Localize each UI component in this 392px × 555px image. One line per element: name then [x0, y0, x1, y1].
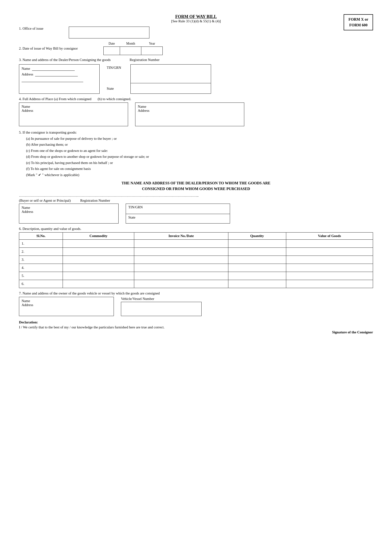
date-box-day[interactable]: [103, 46, 120, 55]
date-row: 2. Date of issue of Way Bill by consigno…: [19, 42, 373, 55]
state-row: State: [107, 83, 211, 94]
section3-header: 3. Name and address of the Dealer/Person…: [19, 58, 373, 62]
date-box-year[interactable]: [141, 46, 163, 55]
invoice-1[interactable]: [134, 240, 228, 248]
quantity-4[interactable]: [228, 264, 286, 272]
quantity-5[interactable]: [228, 272, 286, 280]
header-row: FORM OF WAY BILL [See Rule 33 (1)(d) & 5…: [19, 14, 373, 23]
declaration-title: Declaration:: [19, 320, 373, 324]
office-input-box[interactable]: [69, 27, 150, 38]
date-labels-row: Date Month Year: [103, 42, 163, 46]
section7-label: 7. Name and address of the owner of the …: [19, 291, 373, 295]
col-commodity: Commodity: [63, 233, 134, 240]
section5-intro: 5. If the consignor is transporting good…: [19, 130, 373, 136]
table-row: 6.: [19, 280, 373, 288]
consignee-dots: ……………………………………………………………………………………………………………: [19, 194, 373, 198]
commodity-5[interactable]: [63, 272, 134, 280]
col-slno: Sl.No.: [19, 233, 63, 240]
section4-box-a: Name Address: [19, 102, 128, 126]
commodity-1[interactable]: [63, 240, 134, 248]
table-row: 2.: [19, 248, 373, 256]
section5: 5. If the consignor is transporting good…: [19, 130, 373, 192]
section5-bold-heading: THE NAME AND ADDRESS OF THE DEALER/PERSO…: [19, 180, 373, 192]
invoice-4[interactable]: [134, 264, 228, 272]
quantity-6[interactable]: [228, 280, 286, 288]
section3-address-line2: [21, 78, 97, 83]
section4-name-a: Name: [21, 105, 125, 109]
tin-grn-box[interactable]: [130, 64, 211, 83]
consignee-state-box: State: [126, 214, 230, 224]
section4-boxes: Name Address Name Address: [19, 102, 373, 126]
value-4[interactable]: [286, 264, 373, 272]
section6: 6. Description, quantity and value of go…: [19, 227, 373, 288]
consignee-tin-label: TIN/GRN: [128, 205, 143, 209]
section4-name-b: Name: [138, 105, 242, 109]
section3-left-label: 3. Name and address of the Dealer/Person…: [19, 58, 111, 62]
section3-name-address-box: Name Address: [19, 64, 100, 94]
section3-content: Name Address TIN/GRN: [19, 63, 373, 94]
consignee-name-label: Name: [21, 206, 116, 210]
sl-3: 3.: [19, 256, 63, 264]
value-2[interactable]: [286, 248, 373, 256]
commodity-3[interactable]: [63, 256, 134, 264]
consignee-reg-label: Registration Number: [80, 199, 110, 203]
invoice-5[interactable]: [134, 272, 228, 280]
vehicle-number-col: Vehicle/Vessel Number: [121, 297, 202, 316]
bold-heading-line2: CONSIGNED OR FROM WHOM GOODS WERE PURCHA…: [19, 186, 373, 192]
section3-address-field2[interactable]: [21, 78, 83, 82]
quantity-1[interactable]: [228, 240, 286, 248]
table-row: 4.: [19, 264, 373, 272]
declaration-text: I / We certify that to the best of my / …: [19, 325, 373, 329]
quantity-2[interactable]: [228, 248, 286, 256]
tin-grn-label: TIN/GRN: [107, 64, 126, 70]
table-row: 3.: [19, 256, 373, 264]
value-5[interactable]: [286, 272, 373, 280]
sl-2: 2.: [19, 248, 63, 256]
col-value: Value of Goods: [286, 233, 373, 240]
goods-table: Sl.No. Commodity Invoice No./Date Quanti…: [19, 232, 373, 288]
section4-label-a: 4. Full Address of Place (a) From which …: [19, 97, 91, 101]
section3-name-field[interactable]: [32, 66, 75, 71]
sl-5: 5.: [19, 272, 63, 280]
tin-box-col: [130, 64, 211, 83]
section5-item-c: (c) From one of the shops or godown to a…: [19, 148, 373, 154]
vehicle-name-label: Name: [21, 299, 111, 303]
title-block: FORM OF WAY BILL [See Rule 33 (1)(d) & 5…: [171, 14, 221, 23]
invoice-6[interactable]: [134, 280, 228, 288]
commodity-2[interactable]: [63, 248, 134, 256]
col-invoice: Invoice No./Date: [134, 233, 228, 240]
value-6[interactable]: [286, 280, 373, 288]
vehicle-number-label: Vehicle/Vessel Number: [121, 297, 202, 301]
page: FORM OF WAY BILL [See Rule 33 (1)(d) & 5…: [19, 14, 373, 334]
vehicle-number-box[interactable]: [121, 302, 202, 316]
declaration: Declaration: I / We certify that to the …: [19, 320, 373, 334]
invoice-2[interactable]: [134, 248, 228, 256]
commodity-6[interactable]: [63, 280, 134, 288]
consignee-reg-row: (Buyer or self or Agent or Principal) Re…: [19, 199, 373, 203]
section3-address-field[interactable]: [35, 72, 78, 76]
consignee-boxes: Name Address TIN/GRN State: [19, 204, 373, 224]
state-box[interactable]: [130, 83, 211, 94]
section3-label: 3. Name and address of the Dealer/Person…: [19, 58, 111, 62]
table-row: 1.: [19, 240, 373, 248]
section7: 7. Name and address of the owner of the …: [19, 291, 373, 316]
vehicle-row: Name Address Vehicle/Vessel Number: [19, 297, 373, 316]
section3-address-line: Address: [21, 72, 97, 76]
section6-label: 6. Description, quantity and value of go…: [19, 227, 373, 231]
section4: 4. Full Address of Place (a) From which …: [19, 97, 373, 126]
section5-mark-note: (Mark " ✔ " whichever is applicable): [19, 172, 373, 178]
tin-grn-row: TIN/GRN: [107, 64, 211, 83]
consignee-section: ……………………………………………………………………………………………………………: [19, 194, 373, 224]
invoice-3[interactable]: [134, 256, 228, 264]
consignee-buyer-label: (Buyer or self or Agent or Principal): [19, 199, 71, 203]
value-3[interactable]: [286, 256, 373, 264]
quantity-3[interactable]: [228, 256, 286, 264]
date-box-month[interactable]: [120, 46, 141, 55]
value-1[interactable]: [286, 240, 373, 248]
commodity-4[interactable]: [63, 264, 134, 272]
date-col-label-month: Month: [120, 42, 141, 45]
form-subtitle: [See Rule 33 (1)(d) & 55(1) & (4)]: [171, 19, 221, 23]
section2: 2. Date of issue of Way Bill by consigno…: [19, 42, 373, 55]
office-label: 1. Office of issue: [19, 27, 62, 31]
section4-label-b: (b) to which consigned.: [98, 97, 131, 101]
